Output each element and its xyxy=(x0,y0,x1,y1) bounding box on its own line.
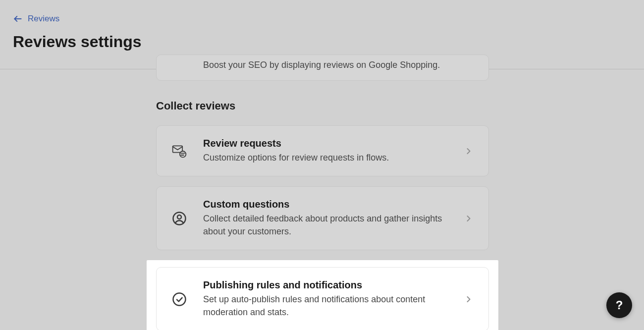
section-title-collect: Collect reviews xyxy=(156,100,489,112)
card-custom-questions[interactable]: Custom questions Collect detailed feedba… xyxy=(156,186,489,250)
svg-point-2 xyxy=(180,151,186,157)
back-link[interactable]: Reviews xyxy=(13,14,59,24)
mail-chat-icon xyxy=(171,143,187,159)
svg-point-6 xyxy=(177,215,181,219)
check-circle-icon xyxy=(171,291,187,307)
card-title: Review requests xyxy=(203,138,448,149)
page-header: Reviews Reviews settings xyxy=(0,0,644,61)
svg-point-7 xyxy=(173,293,186,305)
chevron-right-icon xyxy=(464,294,474,304)
person-icon xyxy=(171,211,187,226)
back-link-label: Reviews xyxy=(28,14,59,24)
help-button[interactable]: ? xyxy=(606,292,632,318)
card-text: Publishing rules and notifications Set u… xyxy=(203,279,448,319)
chevron-right-icon xyxy=(464,214,474,223)
card-text: Custom questions Collect detailed feedba… xyxy=(203,199,448,238)
card-desc: Collect detailed feedback about products… xyxy=(203,212,448,238)
card-title: Custom questions xyxy=(203,199,448,210)
card-desc: Set up auto-publish rules and notificati… xyxy=(203,293,448,319)
card-publishing-rules[interactable]: Publishing rules and notifications Set u… xyxy=(156,267,489,330)
chevron-right-icon xyxy=(464,146,474,156)
help-button-label: ? xyxy=(616,298,623,312)
card-text: Review requests Customize options for re… xyxy=(203,138,448,164)
highlighted-wrapper: Publishing rules and notifications Set u… xyxy=(147,260,498,330)
card-title: Publishing rules and notifications xyxy=(203,279,448,291)
arrow-left-icon xyxy=(13,14,23,24)
page-title: Reviews settings xyxy=(13,33,631,51)
card-desc: Customize options for review requests in… xyxy=(203,151,448,164)
card-review-requests[interactable]: Review requests Customize options for re… xyxy=(156,125,489,176)
